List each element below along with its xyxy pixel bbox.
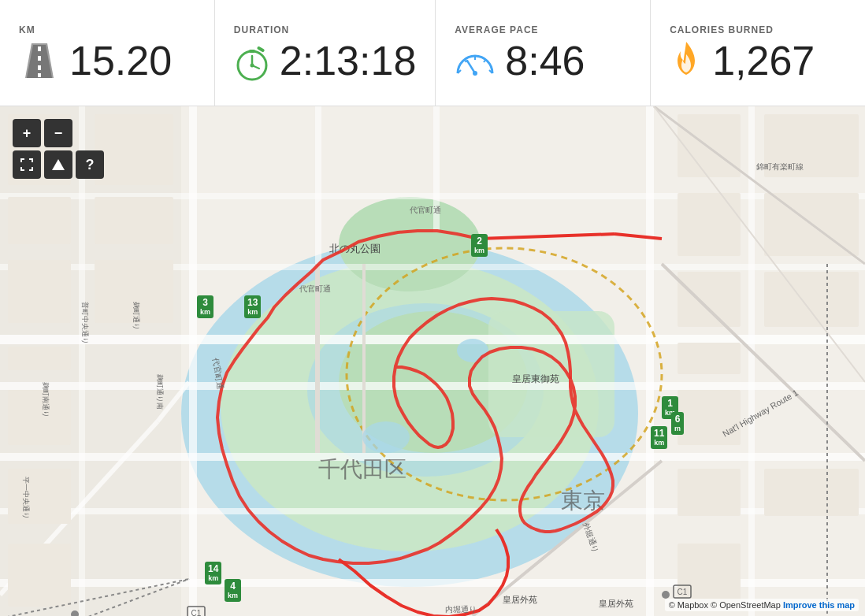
view-controls: ?: [13, 150, 104, 179]
svg-text:麹町通り南: 麹町通り南: [156, 374, 164, 410]
svg-text:皇居外苑: 皇居外苑: [503, 595, 537, 604]
speedometer-icon: [455, 43, 496, 78]
svg-point-18: [473, 71, 477, 76]
svg-rect-45: [8, 347, 71, 370]
terrain-button[interactable]: [44, 150, 72, 179]
svg-rect-61: [764, 272, 859, 327]
svg-text:C1: C1: [191, 609, 202, 616]
svg-rect-44: [8, 260, 71, 323]
svg-rect-52: [678, 114, 741, 177]
svg-rect-39: [315, 106, 321, 264]
map-attribution: © Mapbox © OpenStreetMap Improve this ma…: [665, 599, 859, 611]
svg-text:皇居外苑: 皇居外苑: [599, 599, 633, 608]
svg-point-77: [457, 339, 488, 362]
km-marker-13: 13km: [244, 295, 261, 318]
svg-rect-50: [95, 197, 173, 244]
km-marker-3: 3km: [197, 295, 213, 318]
svg-text:千代田区: 千代田区: [318, 457, 407, 481]
stopwatch-icon: [234, 40, 270, 81]
pace-value: 8:46: [505, 40, 585, 81]
km-value-row: 15.20: [19, 40, 172, 81]
calories-value: 1,267: [712, 40, 815, 81]
svg-text:麹町南通り: 麹町南通り: [42, 382, 50, 417]
svg-rect-47: [8, 469, 71, 524]
svg-text:平一中央通り: 平一中央通り: [22, 477, 30, 519]
calories-panel: CALORIES BURNED 1,267: [651, 0, 865, 106]
pace-label: AVERAGE PACE: [455, 24, 538, 35]
mapbox-attribution: © Mapbox © OpenStreetMap: [669, 600, 783, 610]
duration-panel: DURATION 2:13:18: [215, 0, 436, 106]
zoom-out-button[interactable]: −: [44, 119, 72, 147]
calories-label: CALORIES BURNED: [670, 24, 774, 35]
svg-rect-33: [189, 106, 197, 616]
svg-rect-4: [38, 65, 41, 70]
svg-text:C1: C1: [678, 588, 688, 596]
km-label: KM: [19, 24, 35, 35]
svg-rect-5: [38, 73, 41, 77]
svg-rect-53: [678, 193, 741, 256]
km-value: 15.20: [69, 40, 172, 81]
svg-marker-104: [52, 159, 65, 170]
svg-rect-3: [38, 56, 41, 61]
svg-text:錦町有楽町線: 錦町有楽町線: [756, 162, 804, 171]
stats-header: KM 15.20 DURATION: [0, 0, 865, 106]
fullscreen-button[interactable]: [13, 150, 41, 179]
svg-text:麹町通り: 麹町通り: [132, 302, 140, 330]
zoom-in-button[interactable]: +: [13, 119, 41, 147]
duration-value: 2:13:18: [280, 40, 417, 81]
svg-text:普町中央通り: 普町中央通り: [81, 302, 89, 344]
km-marker-2: 2km: [471, 234, 488, 257]
svg-rect-57: [678, 469, 741, 516]
km-panel: KM 15.20: [0, 0, 215, 106]
svg-rect-43: [8, 197, 71, 244]
map-controls: + − ?: [13, 119, 104, 179]
svg-text:代官町通: 代官町通: [409, 206, 441, 214]
km-marker-6: 6m: [671, 412, 684, 435]
svg-point-11: [250, 64, 254, 68]
help-button[interactable]: ?: [76, 150, 104, 179]
km-marker-11: 11km: [651, 426, 667, 449]
map-background: 北の丸公園 皇居東御苑 千代田区 東京 皇居外苑 Nat'l Highway R…: [0, 106, 865, 616]
svg-rect-7: [249, 50, 255, 53]
svg-rect-75: [362, 264, 366, 453]
svg-point-90: [662, 591, 670, 599]
svg-text:皇居東御苑: 皇居東御苑: [512, 373, 559, 384]
duration-label: DURATION: [234, 24, 289, 35]
svg-rect-48: [8, 544, 71, 607]
svg-rect-36: [79, 106, 85, 616]
svg-rect-49: [95, 114, 173, 185]
km-marker-4: 4km: [225, 579, 241, 602]
svg-rect-46: [8, 390, 71, 445]
duration-value-row: 2:13:18: [234, 40, 417, 81]
svg-rect-35: [748, 106, 755, 616]
road-icon: [19, 43, 60, 78]
svg-rect-56: [678, 390, 741, 445]
svg-rect-62: [764, 469, 859, 516]
svg-text:代官町通: 代官町通: [299, 284, 331, 293]
svg-rect-2: [38, 46, 41, 51]
improve-map-link[interactable]: Improve this map: [783, 600, 855, 610]
pace-value-row: 8:46: [455, 40, 585, 81]
svg-rect-58: [678, 544, 741, 607]
svg-rect-28: [0, 382, 865, 390]
km-marker-14: 14km: [205, 562, 221, 584]
calories-value-row: 1,267: [670, 40, 815, 81]
pace-panel: AVERAGE PACE 8:46: [436, 0, 651, 106]
map-container[interactable]: 北の丸公園 皇居東御苑 千代田区 東京 皇居外苑 Nat'l Highway R…: [0, 106, 865, 616]
flame-icon: [670, 40, 703, 81]
zoom-controls: + −: [13, 119, 104, 147]
svg-text:内堀通り: 内堀通り: [445, 605, 477, 614]
svg-rect-34: [646, 106, 654, 616]
svg-rect-55: [678, 343, 741, 374]
svg-rect-54: [678, 272, 741, 327]
svg-point-76: [362, 421, 410, 453]
